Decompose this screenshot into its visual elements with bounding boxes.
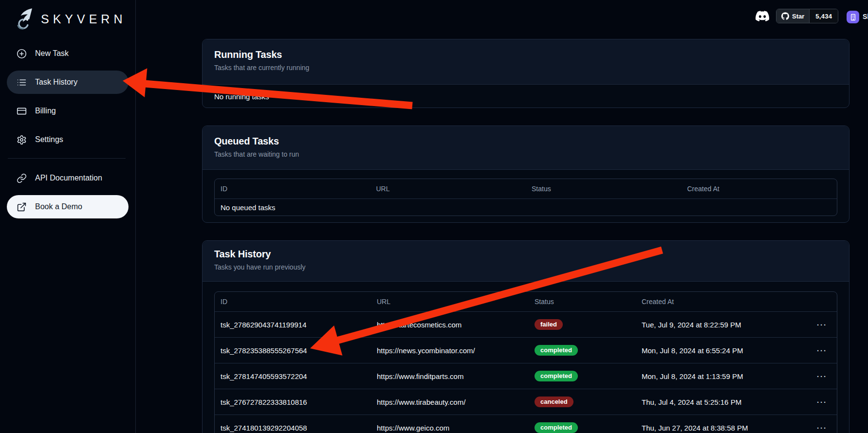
card-title: Queued Tasks <box>214 136 837 147</box>
table-row[interactable]: tsk_278235388555267564 https://news.ycom… <box>215 337 837 363</box>
sidebar-divider <box>8 158 126 159</box>
running-tasks-header: Running Tasks Tasks that are currently r… <box>203 39 849 85</box>
sidebar-item-billing[interactable]: Billing <box>7 99 129 123</box>
gear-icon <box>17 135 27 145</box>
queued-tasks-empty-message: No queued tasks <box>215 198 837 216</box>
status-badge: completed <box>535 345 578 356</box>
column-header-status: Status <box>526 185 682 193</box>
table-row[interactable]: tsk_278629043741199914 https://tartecosm… <box>215 311 837 337</box>
github-star-label: Star <box>792 13 804 20</box>
queued-tasks-table: ID URL Status Created At No queued tasks <box>214 179 837 216</box>
column-header-created-at: Created At <box>636 298 811 306</box>
task-id: tsk_274180139292204058 <box>215 424 371 432</box>
task-history-table: ID URL Status Created At tsk_27862904374… <box>214 291 837 433</box>
github-star-segment[interactable]: Star <box>776 9 810 23</box>
row-actions-button[interactable]: ··· <box>811 398 837 406</box>
task-url: https://news.ycombinator.com/ <box>371 346 529 355</box>
row-actions-button[interactable]: ··· <box>811 321 837 329</box>
task-url: https://www.geico.com <box>371 424 529 432</box>
sidebar-item-settings[interactable]: Settings <box>7 128 129 151</box>
status-badge: completed <box>535 422 578 433</box>
sidebar-item-label: Billing <box>35 107 56 115</box>
table-row[interactable]: tsk_276727822333810816 https://www.tirab… <box>215 389 837 415</box>
task-history-card: Task History Tasks you have run previous… <box>202 240 850 433</box>
sidebar-item-book-a-demo[interactable]: Book a Demo <box>7 195 129 218</box>
sidebar: SKYVERN New Task Task History Billing Se… <box>0 0 136 433</box>
status-badge: completed <box>535 371 578 381</box>
queued-tasks-body: ID URL Status Created At No queued tasks <box>203 170 849 225</box>
task-created-at: Tue, Jul 9, 2024 at 8:22:59 PM <box>636 321 811 329</box>
table-header-row: ID URL Status Created At <box>215 179 837 198</box>
sidebar-item-label: API Documentation <box>35 174 102 182</box>
status-badge: failed <box>535 319 563 330</box>
task-id: tsk_278147405593572204 <box>215 372 371 380</box>
task-history-rows: tsk_278629043741199914 https://tartecosm… <box>215 311 837 433</box>
column-header-url: URL <box>371 298 529 306</box>
github-icon <box>781 12 789 20</box>
card-subtitle: Tasks that are currently running <box>214 64 837 72</box>
github-star-count: 5,434 <box>810 9 838 23</box>
task-id: tsk_278235388555267564 <box>215 346 371 355</box>
row-actions-button[interactable]: ··· <box>811 372 837 380</box>
task-created-at: Mon, Jul 8, 2024 at 6:55:24 PM <box>636 346 811 355</box>
column-header-url: URL <box>370 185 526 193</box>
row-actions-button[interactable]: ··· <box>811 424 837 432</box>
task-history-body: ID URL Status Created At tsk_27862904374… <box>203 282 849 433</box>
card-title: Running Tasks <box>214 49 837 60</box>
task-history-header: Task History Tasks you have run previous… <box>203 241 849 282</box>
sidebar-item-api-documentation[interactable]: API Documentation <box>7 166 129 190</box>
sidebar-item-label: New Task <box>35 49 69 58</box>
column-header-status: Status <box>529 298 636 306</box>
queued-tasks-header: Queued Tasks Tasks that are waiting to r… <box>203 126 849 170</box>
sidebar-item-label: Task History <box>35 78 77 87</box>
task-url: https://www.finditparts.com <box>371 372 529 380</box>
app-window: SKYVERN New Task Task History Billing Se… <box>0 0 868 433</box>
discord-icon[interactable] <box>755 9 770 23</box>
sidebar-item-task-history[interactable]: Task History <box>7 71 129 94</box>
skyvern-logo[interactable]: SKYVERN <box>0 0 135 34</box>
task-url: https://tartecosmetics.com <box>371 321 529 329</box>
task-created-at: Thu, Jul 4, 2024 at 5:25:16 PM <box>636 398 811 406</box>
organization-icon <box>849 13 857 21</box>
brand-name: SKYVERN <box>41 12 126 26</box>
sidebar-item-label: Book a Demo <box>35 202 82 211</box>
credit-card-icon <box>17 106 27 116</box>
link-icon <box>17 173 27 183</box>
list-icon <box>17 77 27 88</box>
skyvern-logo-icon <box>13 6 37 32</box>
column-header-id: ID <box>215 298 371 306</box>
task-id: tsk_276727822333810816 <box>215 398 371 406</box>
task-created-at: Mon, Jul 8, 2024 at 1:13:59 PM <box>636 372 811 380</box>
card-subtitle: Tasks you have run previously <box>214 263 837 271</box>
external-link-icon <box>17 202 27 212</box>
column-header-id: ID <box>215 185 370 193</box>
queued-tasks-card: Queued Tasks Tasks that are waiting to r… <box>202 126 850 223</box>
running-tasks-card: Running Tasks Tasks that are currently r… <box>202 39 850 108</box>
row-actions-button[interactable]: ··· <box>811 346 837 355</box>
sidebar-item-new-task[interactable]: New Task <box>7 42 129 65</box>
task-url: https://www.tirabeauty.com/ <box>371 398 529 406</box>
column-header-created-at: Created At <box>682 185 837 193</box>
card-title: Task History <box>214 249 837 260</box>
status-badge: canceled <box>535 397 573 407</box>
task-id: tsk_278629043741199914 <box>215 321 371 329</box>
plus-circle-icon <box>17 49 27 59</box>
github-star-button[interactable]: Star 5,434 <box>776 9 838 23</box>
sidebar-secondary-nav: API Documentation Book a Demo <box>7 166 129 218</box>
table-header-row: ID URL Status Created At <box>215 292 837 311</box>
running-tasks-empty-message: No running tasks <box>203 85 849 108</box>
account-avatar[interactable] <box>847 11 859 23</box>
sidebar-primary-nav: New Task Task History Billing Settings <box>7 42 129 151</box>
task-created-at: Thu, Jun 27, 2024 at 8:38:58 PM <box>636 424 811 432</box>
account-name-label[interactable]: Sk <box>863 13 868 20</box>
card-subtitle: Tasks that are waiting to run <box>214 150 837 158</box>
table-row[interactable]: tsk_278147405593572204 https://www.findi… <box>215 363 837 389</box>
table-row[interactable]: tsk_274180139292204058 https://www.geico… <box>215 415 837 433</box>
sidebar-item-label: Settings <box>35 135 63 144</box>
